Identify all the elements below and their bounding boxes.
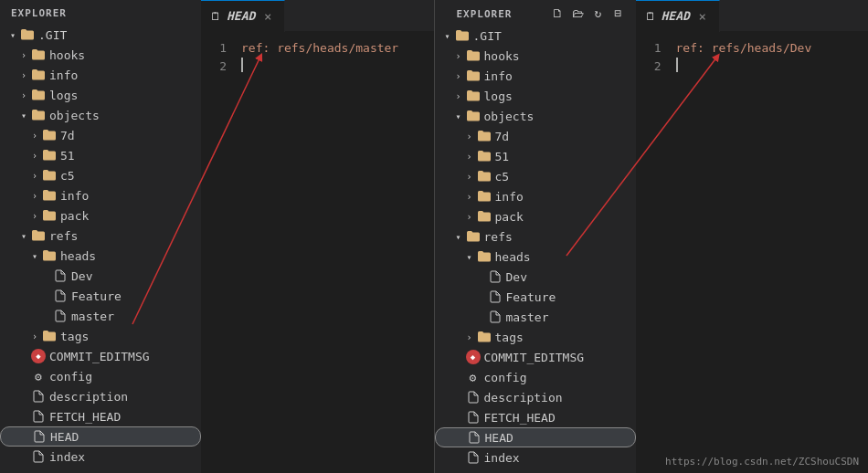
file-icon	[488, 289, 503, 304]
right-code-area[interactable]: ref: refs/heads/Dev	[672, 39, 869, 466]
folder-icon	[466, 48, 481, 63]
tree-item-feature[interactable]: Feature	[0, 286, 201, 306]
tree-item-label: HEAD	[50, 430, 79, 444]
tree-item-label: config	[49, 370, 92, 384]
right-explorer-header: EXPLORER 🗋 🗁 ↻ ⊟	[435, 0, 636, 26]
tree-item-label: Dev	[506, 270, 527, 284]
folder-icon	[42, 188, 57, 203]
tree-item-fetch-head[interactable]: FETCH_HEAD	[0, 406, 201, 426]
folder-icon	[42, 128, 57, 142]
tree-item-objects-info[interactable]: info	[0, 185, 201, 205]
tree-item-tags2[interactable]: tags	[435, 327, 636, 347]
new-file-icon[interactable]: 🗋	[550, 5, 566, 21]
tree-item-logs[interactable]: logs	[0, 85, 201, 105]
tree-item-512[interactable]: 51	[435, 146, 636, 166]
chevron-down-icon	[453, 110, 464, 121]
tree-item-feature2[interactable]: Feature	[435, 287, 636, 307]
tree-item-objects-info2[interactable]: info	[435, 186, 636, 206]
tree-item-tags[interactable]: tags	[0, 326, 201, 346]
tree-item-info2[interactable]: info	[435, 66, 636, 86]
tree-item-description[interactable]: description	[0, 386, 201, 406]
tree-item-git-root[interactable]: .GIT	[0, 25, 201, 45]
tree-item-label: hooks	[484, 49, 520, 63]
left-editor-content: 12 ref: refs/heads/master	[201, 32, 434, 473]
refresh-icon[interactable]: ↻	[590, 5, 607, 21]
tree-item-index[interactable]: index	[0, 447, 201, 467]
right-editor: 🗒 HEAD × 12 ref: refs/heads/Dev	[636, 0, 869, 473]
collapse-icon[interactable]: ⊟	[610, 5, 627, 21]
tree-item-pack2[interactable]: pack	[435, 206, 636, 226]
tree-item-master[interactable]: master	[0, 306, 201, 326]
left-tab-title: HEAD	[227, 9, 255, 23]
chevron-down-icon	[18, 110, 29, 121]
tree-item-hooks2[interactable]: hooks	[435, 46, 636, 66]
main-container: EXPLORER .GIT hooks info logs objects 7d…	[0, 0, 868, 473]
left-tab-close[interactable]: ×	[260, 9, 275, 24]
left-tree: .GIT hooks info logs objects 7d 51 c5 in…	[0, 25, 201, 473]
left-tab-head[interactable]: 🗒 HEAD ×	[201, 0, 285, 32]
tree-item-master2[interactable]: master	[435, 307, 636, 327]
chevron-down-icon	[7, 29, 18, 40]
tree-item-head-file2[interactable]: HEAD	[435, 427, 636, 447]
tree-item-objects2[interactable]: objects	[435, 106, 636, 126]
tree-item-refs[interactable]: refs	[0, 226, 201, 246]
chevron-right-icon	[453, 90, 464, 101]
tree-item-refs2[interactable]: refs	[435, 226, 636, 247]
left-explorer-title: EXPLORER	[0, 0, 201, 25]
tree-item-7d2[interactable]: 7d	[435, 126, 636, 146]
chevron-right-icon	[18, 69, 29, 80]
tree-item-heads[interactable]: heads	[0, 246, 201, 266]
left-tab-bar: 🗒 HEAD ×	[201, 0, 434, 32]
text-cursor	[241, 58, 243, 72]
right-tab-head[interactable]: 🗒 HEAD ×	[636, 0, 720, 32]
tree-item-label: objects	[484, 110, 535, 123]
new-folder-icon[interactable]: 🗁	[570, 5, 587, 21]
tree-item-dev2[interactable]: Dev	[435, 267, 636, 287]
left-code-area[interactable]: ref: refs/heads/master	[238, 39, 434, 466]
tree-item-51[interactable]: 51	[0, 145, 201, 165]
chevron-right-icon	[18, 89, 29, 100]
tree-item-label: master	[71, 310, 114, 323]
left-panel: EXPLORER .GIT hooks info logs objects 7d…	[0, 0, 434, 473]
folder-icon	[477, 330, 492, 344]
line-number: 2	[201, 58, 227, 76]
folder-icon	[477, 209, 492, 224]
folder-open-icon	[455, 28, 470, 43]
folder-icon	[42, 148, 57, 163]
tree-item-logs2[interactable]: logs	[435, 86, 636, 106]
code-line	[241, 58, 434, 72]
tree-item-hooks[interactable]: hooks	[0, 45, 201, 65]
tree-item-label: 51	[495, 150, 510, 163]
tree-item-head-file[interactable]: HEAD	[0, 426, 201, 447]
tree-item-label: hooks	[49, 48, 85, 62]
tree-item-c52[interactable]: c5	[435, 166, 636, 186]
tree-item-label: Feature	[506, 290, 556, 304]
tree-item-config[interactable]: ⚙config	[0, 366, 201, 386]
chevron-down-icon	[453, 231, 464, 242]
tree-item-label: tags	[60, 330, 89, 343]
tree-item-7d[interactable]: 7d	[0, 125, 201, 145]
commit-icon: ◆	[31, 349, 46, 363]
file-icon	[31, 409, 46, 424]
tree-item-description2[interactable]: description	[435, 387, 636, 407]
tree-item-label: HEAD	[485, 431, 513, 445]
right-tab-close[interactable]: ×	[695, 9, 710, 24]
tree-item-objects[interactable]: objects	[0, 105, 201, 125]
tree-item-label: index	[49, 450, 85, 464]
tree-item-fetch-head2[interactable]: FETCH_HEAD	[435, 407, 636, 427]
tree-item-commit[interactable]: ◆COMMIT_EDITMSG	[0, 346, 201, 366]
tree-item-index2[interactable]: index	[435, 447, 636, 468]
tree-item-pack[interactable]: pack	[0, 205, 201, 226]
tree-item-label: Dev	[71, 269, 92, 283]
tree-item-git-root2[interactable]: .GIT	[435, 26, 636, 46]
tree-item-dev[interactable]: Dev	[0, 266, 201, 286]
tree-item-label: 7d	[60, 129, 75, 142]
chevron-down-icon	[29, 250, 40, 261]
tree-item-commit2[interactable]: ◆COMMIT_EDITMSG	[435, 347, 636, 367]
tree-item-info[interactable]: info	[0, 65, 201, 85]
tree-item-config2[interactable]: ⚙config	[435, 367, 636, 387]
tree-item-heads2[interactable]: heads	[435, 247, 636, 267]
line-number: 2	[636, 58, 662, 76]
tree-item-label: COMMIT_EDITMSG	[484, 351, 585, 364]
tree-item-c5[interactable]: c5	[0, 165, 201, 185]
